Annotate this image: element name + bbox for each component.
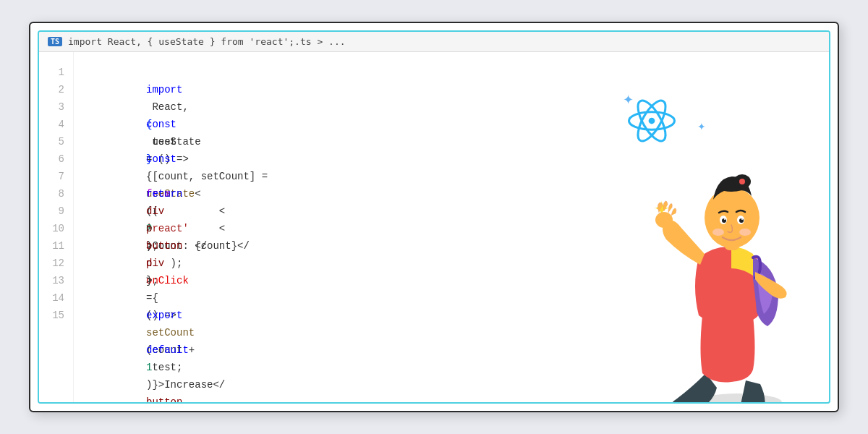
code-area: 12345 678910 1112131415 import React, { … — [39, 52, 829, 402]
ts-badge: TS — [48, 37, 62, 46]
code-content: import React, { useState } from 'react' … — [74, 52, 829, 402]
react-atom-icon — [626, 95, 677, 146]
line-numbers: 12345 678910 1112131415 — [39, 52, 74, 402]
tab-bar: TS import React, { useState } from 'reac… — [39, 32, 829, 52]
code-line-1: import React, { useState } from 'react' … — [85, 64, 817, 81]
keyword-import: import — [146, 84, 182, 95]
code-line-14: export default test; — [85, 289, 817, 307]
code-line-3: const test = () => { — [85, 98, 817, 116]
code-line-4: const [count, setCount] = useState ( 0 )… — [85, 116, 817, 133]
svg-point-3 — [649, 118, 655, 124]
code-line-6: return ( — [85, 150, 817, 168]
code-line-2 — [85, 81, 817, 98]
tab-label: import React, { useState } from 'react';… — [68, 36, 346, 47]
inner-frame: TS import React, { useState } from 'reac… — [38, 30, 830, 404]
code-line-12: }; — [85, 255, 817, 272]
outer-frame: TS import React, { useState } from 'reac… — [29, 22, 839, 412]
code-line-15 — [85, 307, 817, 324]
code-line-13 — [85, 272, 817, 289]
